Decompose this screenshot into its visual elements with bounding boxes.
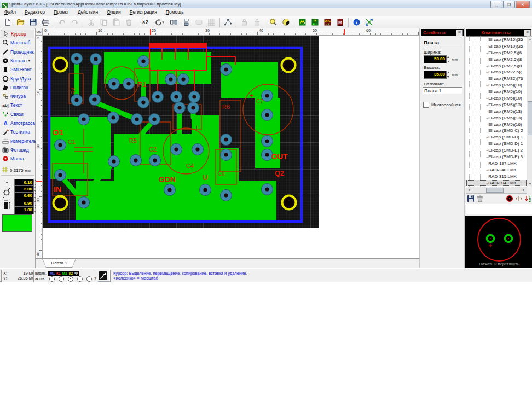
new-button[interactable] bbox=[2, 16, 14, 28]
component-item[interactable]: El-cap (SMD-E) 3 bbox=[466, 154, 527, 160]
component-item[interactable]: El-cap (RM5)(16) bbox=[466, 121, 527, 128]
tool-probe[interactable]: Тестилка bbox=[1, 127, 35, 136]
layer-radio-К2[interactable] bbox=[77, 276, 83, 282]
tool-ruler-tool[interactable]: Измеритель bbox=[1, 137, 35, 146]
macro-button[interactable]: M bbox=[334, 16, 346, 28]
properties-close-icon[interactable]: ✕ bbox=[456, 30, 463, 36]
delete-macro-icon[interactable] bbox=[476, 195, 484, 203]
width-field[interactable]: 50.00 мм bbox=[424, 55, 458, 63]
components-hscrollbar[interactable]: ◄► bbox=[466, 187, 527, 194]
component-item[interactable]: El-cap (RM5)(10) bbox=[466, 95, 527, 102]
component-item[interactable]: El-cap (RM10)(35 bbox=[466, 37, 527, 43]
tool-autoroute[interactable]: AАвтотрасса bbox=[1, 119, 35, 127]
menu-7[interactable]: Помощь bbox=[161, 8, 188, 16]
save-macro-icon[interactable] bbox=[466, 195, 475, 203]
component-item[interactable]: RAD-394.LMK bbox=[466, 180, 527, 187]
layer-chip-М1[interactable]: М1 bbox=[50, 271, 55, 276]
layer-chip-М2[interactable]: М2 bbox=[62, 271, 67, 276]
info-button[interactable]: i bbox=[350, 16, 363, 28]
flip-h-button[interactable] bbox=[167, 16, 180, 28]
pin-edit-icon[interactable] bbox=[514, 195, 523, 203]
tool-photo[interactable]: Фотовид bbox=[1, 146, 35, 154]
grid-setting[interactable]: 0,3175 мм bbox=[2, 166, 34, 174]
component-item[interactable]: El-cap (RM2,5)(6 bbox=[466, 50, 527, 56]
tool-cursor[interactable]: Курсор bbox=[1, 30, 35, 38]
component-item[interactable]: El-cap (RM5)(13) bbox=[466, 102, 527, 108]
crosslink-button[interactable] bbox=[363, 16, 375, 28]
macro-name-box bbox=[466, 204, 532, 214]
minimize-button[interactable]: ▁ bbox=[490, 1, 502, 8]
tool-smd[interactable]: SMD-конт bbox=[1, 65, 35, 74]
mask-view-icon[interactable] bbox=[505, 195, 513, 203]
save-button[interactable] bbox=[27, 16, 39, 28]
menu-6[interactable]: Регистрация bbox=[125, 8, 161, 16]
component-item[interactable]: El-cap (RM10)(35 bbox=[466, 43, 527, 50]
menu-3[interactable]: Проект bbox=[49, 8, 73, 16]
layer-chip-Ф[interactable]: Ф bbox=[74, 271, 78, 276]
component-item[interactable]: El-cap (RM5)(10) bbox=[466, 82, 527, 89]
tool-shape[interactable]: Фигура bbox=[1, 92, 35, 101]
component-item[interactable]: El-cap (SMD-E) 2 bbox=[466, 147, 527, 154]
tool-wire[interactable]: Проводник bbox=[1, 48, 35, 56]
component-item[interactable]: El-cap (SMD-D) 1 bbox=[466, 134, 527, 141]
mode-icon-button[interactable] bbox=[96, 270, 110, 281]
smd-height-field[interactable]: 1.80 bbox=[14, 206, 37, 214]
component-item[interactable]: El-cap (SMD-C) 2 bbox=[466, 127, 527, 134]
restore-button[interactable]: ❐ bbox=[503, 1, 515, 8]
sort-icon[interactable]: 12 bbox=[524, 195, 532, 203]
menu-1[interactable]: Файл bbox=[0, 8, 20, 16]
open-button[interactable] bbox=[14, 16, 27, 28]
print-button[interactable] bbox=[39, 16, 52, 28]
layer-chip-К1[interactable]: К1 bbox=[56, 271, 61, 276]
components-vscrollbar[interactable]: ▲▼ bbox=[527, 36, 532, 187]
tool-zoom-tool[interactable]: Масштаб bbox=[1, 38, 35, 47]
component-item[interactable]: El-cap (RM2,5)(8 bbox=[466, 56, 527, 63]
tool-mask[interactable]: Маска bbox=[1, 154, 35, 163]
contrast-button[interactable] bbox=[280, 16, 292, 28]
layer-color-swatch[interactable] bbox=[2, 214, 32, 232]
test-check-button[interactable]: ? bbox=[309, 16, 321, 28]
layer-chip-К2[interactable]: К2 bbox=[69, 271, 73, 276]
board-name-input[interactable]: Плата 1 bbox=[423, 87, 462, 94]
pad-inner-field[interactable]: 0.60 bbox=[14, 192, 37, 200]
rotate-button[interactable]: ▼ bbox=[152, 16, 167, 28]
multilayer-checkbox[interactable]: Многослойная bbox=[423, 102, 461, 108]
component-item[interactable]: El-cap (SMD-D) 1 bbox=[466, 141, 527, 147]
flip-v-button[interactable] bbox=[180, 16, 193, 28]
component-item[interactable]: RAD-315.LMK bbox=[466, 173, 527, 180]
tool-pad[interactable]: Контакт▼ bbox=[1, 56, 35, 65]
tool-polygon[interactable]: Полигон bbox=[1, 83, 35, 92]
ratsnest-button[interactable] bbox=[222, 16, 234, 28]
layer-radio-Ф[interactable] bbox=[86, 276, 92, 282]
layer-radio-М1[interactable] bbox=[49, 276, 55, 282]
component-item[interactable]: El-cap (RM5)(10) bbox=[466, 89, 527, 95]
component-item[interactable]: El-cap (RM22,5)( bbox=[466, 69, 527, 76]
height-field[interactable]: 35.00 мм bbox=[424, 71, 458, 79]
tab-plata-1[interactable]: Плата 1 bbox=[42, 259, 76, 268]
component-item[interactable]: El-cap (RM2,5)(8 bbox=[466, 63, 527, 69]
tool-circle[interactable]: Круг/Дуга bbox=[1, 74, 35, 83]
tool-net[interactable]: Связи bbox=[1, 110, 35, 119]
pcb-canvas[interactable]: O1C1R4R1R5C2GDNUC4+R6C7+C6INOUTQ2 bbox=[43, 36, 319, 228]
layers-button[interactable] bbox=[296, 16, 309, 28]
menu-2[interactable]: Редактор bbox=[20, 8, 49, 16]
drc-button[interactable]: DRC✓✗ bbox=[321, 16, 334, 28]
component-item[interactable]: El-cap (RM32)(76 bbox=[466, 76, 527, 82]
close-button[interactable]: ✕ bbox=[516, 1, 530, 8]
layer-radio-К1[interactable] bbox=[59, 276, 64, 282]
components-close-icon[interactable]: ✕ bbox=[524, 30, 531, 36]
component-item[interactable]: RAD-248.LMK bbox=[466, 167, 527, 173]
layer-radio-М2[interactable] bbox=[68, 276, 73, 282]
tool-text[interactable]: ab|Текст bbox=[1, 101, 35, 109]
menu-4[interactable]: Действия bbox=[73, 8, 102, 16]
zoom-button[interactable] bbox=[267, 16, 280, 28]
component-preview[interactable]: Нажать и перетянуть bbox=[465, 216, 532, 268]
menu-5[interactable]: Опции bbox=[102, 8, 125, 16]
components-tree[interactable]: El-cap (RM10)(35El-cap (RM10)(35El-cap (… bbox=[466, 36, 527, 187]
checkbox-icon[interactable] bbox=[423, 102, 429, 108]
component-item[interactable]: RAD-197.LMK bbox=[466, 160, 527, 167]
component-item[interactable]: El-cap (RM5)(13) bbox=[466, 115, 527, 121]
layer-chip-strip[interactable]: М1К1М2К2Ф bbox=[48, 271, 79, 276]
duplicate-button[interactable]: ×2 bbox=[139, 16, 152, 28]
component-item[interactable]: El-cap (RM5)(13) bbox=[466, 108, 527, 115]
